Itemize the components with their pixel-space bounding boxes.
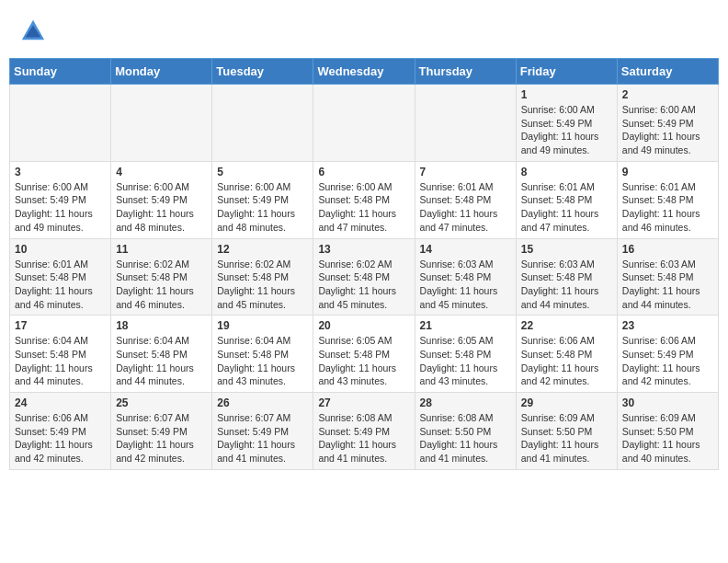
weekday-header-wednesday: Wednesday xyxy=(313,59,415,85)
day-number: 21 xyxy=(420,319,511,332)
day-info: Sunrise: 6:07 AM Sunset: 5:49 PM Dayligh… xyxy=(217,411,308,465)
weekday-header-saturday: Saturday xyxy=(617,59,718,85)
day-info: Sunrise: 6:00 AM Sunset: 5:48 PM Dayligh… xyxy=(318,180,409,235)
day-number: 22 xyxy=(521,319,612,332)
day-info: Sunrise: 6:05 AM Sunset: 5:48 PM Dayligh… xyxy=(420,334,511,388)
day-number: 27 xyxy=(318,396,409,409)
day-number: 8 xyxy=(521,166,612,178)
calendar-cell: 28Sunrise: 6:08 AM Sunset: 5:50 PM Dayli… xyxy=(415,393,516,470)
calendar-cell: 15Sunrise: 6:03 AM Sunset: 5:48 PM Dayli… xyxy=(516,238,617,316)
day-info: Sunrise: 6:04 AM Sunset: 5:48 PM Dayligh… xyxy=(15,334,106,388)
calendar-week-row: 1Sunrise: 6:00 AM Sunset: 5:49 PM Daylig… xyxy=(10,85,719,162)
day-number: 30 xyxy=(622,396,713,409)
calendar-cell: 16Sunrise: 6:03 AM Sunset: 5:48 PM Dayli… xyxy=(617,238,718,316)
calendar-cell: 1Sunrise: 6:00 AM Sunset: 5:49 PM Daylig… xyxy=(516,85,617,162)
calendar-table: SundayMondayTuesdayWednesdayThursdayFrid… xyxy=(9,58,719,470)
calendar-cell: 9Sunrise: 6:01 AM Sunset: 5:48 PM Daylig… xyxy=(617,161,718,238)
day-number: 16 xyxy=(622,243,713,256)
day-number: 25 xyxy=(116,396,207,409)
day-info: Sunrise: 6:02 AM Sunset: 5:48 PM Dayligh… xyxy=(217,258,308,312)
calendar-cell: 11Sunrise: 6:02 AM Sunset: 5:48 PM Dayli… xyxy=(111,238,212,316)
calendar-cell xyxy=(313,85,415,162)
calendar-cell xyxy=(10,85,111,162)
day-number: 2 xyxy=(622,88,713,101)
calendar-cell xyxy=(111,85,212,162)
day-info: Sunrise: 6:02 AM Sunset: 5:48 PM Dayligh… xyxy=(318,258,409,312)
calendar-cell: 13Sunrise: 6:02 AM Sunset: 5:48 PM Dayli… xyxy=(313,238,415,316)
day-number: 6 xyxy=(318,166,409,178)
logo xyxy=(18,18,46,49)
calendar-cell: 18Sunrise: 6:04 AM Sunset: 5:48 PM Dayli… xyxy=(111,316,212,393)
day-number: 4 xyxy=(116,166,207,178)
calendar-cell: 23Sunrise: 6:06 AM Sunset: 5:49 PM Dayli… xyxy=(617,316,718,393)
day-info: Sunrise: 6:09 AM Sunset: 5:50 PM Dayligh… xyxy=(521,411,612,465)
logo-text xyxy=(18,18,46,49)
day-info: Sunrise: 6:00 AM Sunset: 5:49 PM Dayligh… xyxy=(217,180,308,235)
calendar-cell: 27Sunrise: 6:08 AM Sunset: 5:49 PM Dayli… xyxy=(313,393,415,470)
day-number: 17 xyxy=(15,319,106,332)
calendar-cell xyxy=(415,85,516,162)
weekday-header-sunday: Sunday xyxy=(10,59,111,85)
calendar-week-row: 10Sunrise: 6:01 AM Sunset: 5:48 PM Dayli… xyxy=(10,238,719,316)
calendar-cell: 5Sunrise: 6:00 AM Sunset: 5:49 PM Daylig… xyxy=(212,161,313,238)
day-number: 7 xyxy=(420,166,511,178)
day-info: Sunrise: 6:06 AM Sunset: 5:49 PM Dayligh… xyxy=(15,411,106,465)
day-number: 28 xyxy=(420,396,511,409)
day-info: Sunrise: 6:01 AM Sunset: 5:48 PM Dayligh… xyxy=(420,180,511,235)
page-header xyxy=(9,9,719,53)
day-number: 23 xyxy=(622,319,713,332)
day-info: Sunrise: 6:06 AM Sunset: 5:48 PM Dayligh… xyxy=(521,334,612,388)
day-info: Sunrise: 6:00 AM Sunset: 5:49 PM Dayligh… xyxy=(15,180,106,235)
day-number: 13 xyxy=(318,243,409,256)
calendar-cell: 7Sunrise: 6:01 AM Sunset: 5:48 PM Daylig… xyxy=(415,161,516,238)
calendar-cell: 3Sunrise: 6:00 AM Sunset: 5:49 PM Daylig… xyxy=(10,161,111,238)
day-number: 19 xyxy=(217,319,308,332)
calendar-cell: 20Sunrise: 6:05 AM Sunset: 5:48 PM Dayli… xyxy=(313,316,415,393)
calendar-week-row: 24Sunrise: 6:06 AM Sunset: 5:49 PM Dayli… xyxy=(10,393,719,470)
calendar-cell: 24Sunrise: 6:06 AM Sunset: 5:49 PM Dayli… xyxy=(10,393,111,470)
calendar-week-row: 3Sunrise: 6:00 AM Sunset: 5:49 PM Daylig… xyxy=(10,161,719,238)
day-info: Sunrise: 6:01 AM Sunset: 5:48 PM Dayligh… xyxy=(521,180,612,235)
day-number: 5 xyxy=(217,166,308,178)
day-number: 18 xyxy=(116,319,207,332)
day-number: 20 xyxy=(318,319,409,332)
day-info: Sunrise: 6:05 AM Sunset: 5:48 PM Dayligh… xyxy=(318,334,409,388)
calendar-cell: 30Sunrise: 6:09 AM Sunset: 5:50 PM Dayli… xyxy=(617,393,718,470)
day-info: Sunrise: 6:04 AM Sunset: 5:48 PM Dayligh… xyxy=(116,334,207,388)
day-info: Sunrise: 6:03 AM Sunset: 5:48 PM Dayligh… xyxy=(622,258,713,312)
calendar-cell: 2Sunrise: 6:00 AM Sunset: 5:49 PM Daylig… xyxy=(617,85,718,162)
logo-icon xyxy=(20,18,46,44)
calendar-cell: 29Sunrise: 6:09 AM Sunset: 5:50 PM Dayli… xyxy=(516,393,617,470)
day-number: 26 xyxy=(217,396,308,409)
weekday-header-thursday: Thursday xyxy=(415,59,516,85)
day-info: Sunrise: 6:09 AM Sunset: 5:50 PM Dayligh… xyxy=(622,411,713,465)
day-info: Sunrise: 6:04 AM Sunset: 5:48 PM Dayligh… xyxy=(217,334,308,388)
day-number: 1 xyxy=(521,88,612,101)
calendar-cell: 25Sunrise: 6:07 AM Sunset: 5:49 PM Dayli… xyxy=(111,393,212,470)
calendar-cell: 14Sunrise: 6:03 AM Sunset: 5:48 PM Dayli… xyxy=(415,238,516,316)
calendar-week-row: 17Sunrise: 6:04 AM Sunset: 5:48 PM Dayli… xyxy=(10,316,719,393)
calendar-cell: 22Sunrise: 6:06 AM Sunset: 5:48 PM Dayli… xyxy=(516,316,617,393)
day-info: Sunrise: 6:00 AM Sunset: 5:49 PM Dayligh… xyxy=(521,103,612,157)
day-info: Sunrise: 6:03 AM Sunset: 5:48 PM Dayligh… xyxy=(420,258,511,312)
calendar-cell: 6Sunrise: 6:00 AM Sunset: 5:48 PM Daylig… xyxy=(313,161,415,238)
day-number: 9 xyxy=(622,166,713,178)
day-info: Sunrise: 6:01 AM Sunset: 5:48 PM Dayligh… xyxy=(622,180,713,235)
day-info: Sunrise: 6:02 AM Sunset: 5:48 PM Dayligh… xyxy=(116,258,207,312)
day-number: 29 xyxy=(521,396,612,409)
day-number: 14 xyxy=(420,243,511,256)
day-info: Sunrise: 6:07 AM Sunset: 5:49 PM Dayligh… xyxy=(116,411,207,465)
day-info: Sunrise: 6:03 AM Sunset: 5:48 PM Dayligh… xyxy=(521,258,612,312)
calendar-header-row: SundayMondayTuesdayWednesdayThursdayFrid… xyxy=(10,59,719,85)
day-number: 12 xyxy=(217,243,308,256)
calendar-cell: 17Sunrise: 6:04 AM Sunset: 5:48 PM Dayli… xyxy=(10,316,111,393)
weekday-header-monday: Monday xyxy=(111,59,212,85)
calendar-cell: 10Sunrise: 6:01 AM Sunset: 5:48 PM Dayli… xyxy=(10,238,111,316)
day-info: Sunrise: 6:01 AM Sunset: 5:48 PM Dayligh… xyxy=(15,258,106,312)
day-info: Sunrise: 6:00 AM Sunset: 5:49 PM Dayligh… xyxy=(622,103,713,157)
day-info: Sunrise: 6:06 AM Sunset: 5:49 PM Dayligh… xyxy=(622,334,713,388)
day-number: 10 xyxy=(15,243,106,256)
day-number: 3 xyxy=(15,166,106,178)
calendar-cell: 19Sunrise: 6:04 AM Sunset: 5:48 PM Dayli… xyxy=(212,316,313,393)
day-info: Sunrise: 6:00 AM Sunset: 5:49 PM Dayligh… xyxy=(116,180,207,235)
